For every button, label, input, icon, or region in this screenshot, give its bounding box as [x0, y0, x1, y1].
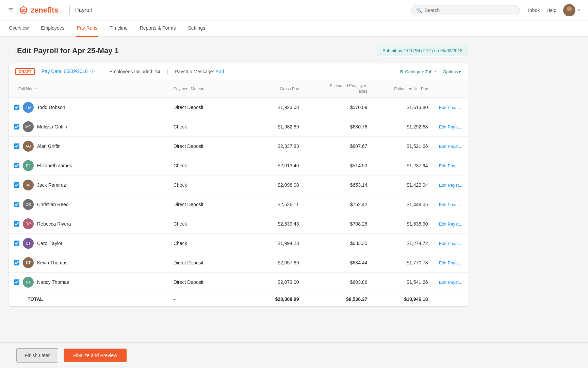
user-menu-chevron[interactable]: ▾ — [578, 8, 580, 12]
edit-cell-0: Edit Payst... — [434, 98, 468, 117]
edit-paystub-link-7[interactable]: Edit Payst... — [439, 241, 462, 246]
method-cell-2: Direct Deposit — [168, 137, 244, 156]
edit-cell-7: Edit Payst... — [434, 234, 468, 253]
search-box[interactable]: 🔍 — [411, 5, 520, 15]
gross-cell-2: $2,337.83 — [244, 137, 304, 156]
gross-cell-3: $2,013.46 — [244, 156, 304, 175]
row-checkbox-9[interactable] — [14, 279, 19, 285]
sort-icon: ↑ — [14, 87, 16, 91]
search-input[interactable] — [425, 7, 515, 13]
taxes-cell-2: $807.67 — [305, 137, 373, 156]
taxes-cell-5: $752.42 — [305, 195, 373, 214]
edit-paystub-link-6[interactable]: Edit Payst... — [439, 221, 462, 227]
card-header-actions: ⚙ Configure Table Options▾ — [399, 69, 461, 74]
draft-badge: DRAFT — [15, 68, 35, 75]
row-checkbox-2[interactable] — [14, 143, 19, 149]
subnav-employees[interactable]: Employees — [40, 20, 65, 37]
edit-paystub-link-9[interactable]: Edit Payst... — [439, 280, 462, 285]
edit-paystub-link-0[interactable]: Edit Payst... — [439, 105, 462, 110]
pay-date-info-icon[interactable]: ⓘ — [91, 69, 95, 74]
edit-cell-6: Edit Payst... — [434, 214, 468, 234]
user-avatar[interactable] — [563, 4, 575, 16]
main-content: ← Edit Payroll for Apr 25-May 1 Submit b… — [0, 37, 476, 341]
configure-table-button[interactable]: ⚙ Configure Table — [399, 69, 436, 74]
total-gross: $28,308.99 — [244, 292, 304, 306]
table-row: EJ Elizabeth James Check $2,013.46 $514.… — [9, 156, 468, 175]
pay-date: Pay Date: 05/09/2018 ⓘ — [42, 68, 94, 75]
row-checkbox-3[interactable] — [14, 163, 19, 168]
paystub-message: Paystub Message: Add — [175, 69, 224, 74]
separator-2: | — [167, 69, 168, 74]
card-header: DRAFT Pay Date: 05/09/2018 ⓘ | Employees… — [9, 63, 468, 80]
col-header-method: Payment Method — [168, 80, 244, 98]
method-cell-4: Check — [168, 175, 244, 195]
back-arrow-button[interactable]: ← — [8, 48, 14, 54]
name-cell-6: RR Rebecca Rivera — [9, 214, 168, 234]
net-cell-6: $1,535.90 — [373, 214, 433, 234]
employee-avatar-3: EJ — [23, 160, 34, 171]
taxes-cell-0: $570.09 — [305, 98, 373, 117]
table-row: AG Alan Griffin Direct Deposit $2,337.83… — [9, 137, 468, 156]
table-row: RR Rebecca Rivera Check $2,539.43 $708.2… — [9, 214, 468, 234]
employee-name-6: Rebecca Rivera — [37, 221, 71, 227]
subnav-settings[interactable]: Settings — [187, 20, 206, 37]
employee-name-4: Jack Ramirez — [37, 182, 66, 188]
employee-avatar-5: CR — [23, 199, 34, 210]
employee-avatar-0: TD — [23, 102, 34, 113]
net-cell-9: $1,541.66 — [373, 273, 433, 292]
employee-name-8: Kevin Thomas — [37, 260, 67, 265]
row-checkbox-0[interactable] — [14, 105, 19, 110]
name-cell-5: CR Christian Reed — [9, 195, 168, 214]
row-checkbox-1[interactable] — [14, 124, 19, 129]
total-taxes: $8,536.27 — [305, 292, 373, 306]
net-cell-5: $1,448.06 — [373, 195, 433, 214]
total-net: $18,946.18 — [373, 292, 433, 306]
edit-paystub-link-8[interactable]: Edit Payst... — [439, 260, 462, 265]
paystub-add-link[interactable]: Add — [215, 69, 224, 74]
edit-cell-1: Edit Payst... — [434, 117, 468, 137]
edit-paystub-link-4[interactable]: Edit Payst... — [439, 183, 462, 188]
subnav-timeline[interactable]: Timeline — [109, 20, 128, 37]
method-cell-3: Check — [168, 156, 244, 175]
employee-avatar-2: AG — [23, 141, 34, 152]
employee-name-2: Alan Griffin — [37, 143, 61, 149]
name-cell-3: EJ Elizabeth James — [9, 156, 168, 175]
help-link[interactable]: Help — [546, 7, 556, 13]
search-icon: 🔍 — [416, 7, 422, 13]
table-row: JR Jack Ramirez Check $2,098.08 $653.14 … — [9, 175, 468, 195]
row-checkbox-8[interactable] — [14, 260, 19, 265]
method-cell-7: Check — [168, 234, 244, 253]
gross-cell-6: $2,539.43 — [244, 214, 304, 234]
net-cell-0: $1,613.80 — [373, 98, 433, 117]
svg-point-0 — [567, 6, 572, 11]
row-checkbox-6[interactable] — [14, 221, 19, 227]
subnav-reports[interactable]: Reports & Forms — [139, 20, 177, 37]
hamburger-menu[interactable]: ☰ — [8, 6, 14, 14]
row-checkbox-4[interactable] — [14, 182, 19, 188]
method-cell-0: Direct Deposit — [168, 98, 244, 117]
edit-paystub-link-3[interactable]: Edit Payst... — [439, 163, 462, 168]
edit-paystub-link-5[interactable]: Edit Payst... — [439, 202, 462, 207]
total-label: TOTAL — [9, 292, 168, 306]
row-checkbox-7[interactable] — [14, 241, 19, 246]
net-cell-2: $1,521.66 — [373, 137, 433, 156]
edit-cell-8: Edit Payst... — [434, 253, 468, 273]
subnav-overview[interactable]: Overview — [8, 20, 29, 37]
table-row: CR Christian Reed Direct Deposit $2,526.… — [9, 195, 468, 214]
edit-cell-3: Edit Payst... — [434, 156, 468, 175]
method-cell-8: Direct Deposit — [168, 253, 244, 273]
options-button[interactable]: Options▾ — [443, 69, 461, 74]
subnav-payruns[interactable]: Pay Runs — [76, 20, 98, 37]
col-header-actions — [434, 80, 468, 98]
top-navbar: ☰ zenefits Payroll 🔍 Inbox Help ▾ — [0, 0, 588, 20]
payroll-table-card: DRAFT Pay Date: 05/09/2018 ⓘ | Employees… — [8, 63, 468, 307]
employee-avatar-7: CT — [23, 238, 34, 249]
logo-text: zenefits — [31, 6, 59, 15]
inbox-link[interactable]: Inbox — [528, 7, 540, 13]
method-cell-1: Check — [168, 117, 244, 137]
gross-cell-0: $1,923.08 — [244, 98, 304, 117]
edit-paystub-link-1[interactable]: Edit Payst... — [439, 124, 462, 129]
row-checkbox-5[interactable] — [14, 202, 19, 207]
edit-paystub-link-2[interactable]: Edit Payst... — [439, 144, 462, 149]
employees-included: Employees Included: 14 — [109, 69, 160, 74]
